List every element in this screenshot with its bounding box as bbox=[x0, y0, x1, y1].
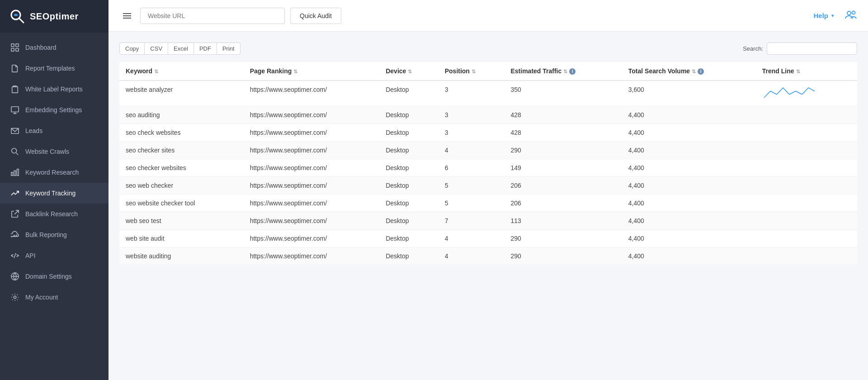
page-ranking-cell[interactable]: https://www.seoptimer.com/ bbox=[244, 195, 380, 212]
sidebar-item-label: Embedding Settings bbox=[25, 106, 82, 114]
position-cell: 4 bbox=[439, 230, 505, 247]
hamburger-button[interactable] bbox=[119, 8, 135, 24]
trend-line-cell bbox=[756, 212, 857, 230]
sidebar-item-bulk-reporting[interactable]: Bulk Reporting bbox=[0, 224, 108, 245]
sidebar-item-leads[interactable]: Leads bbox=[0, 120, 108, 141]
svg-rect-12 bbox=[17, 169, 19, 176]
col-header-page-ranking[interactable]: Page Ranking⇅ bbox=[244, 62, 380, 81]
total-search-volume-cell: 4,400 bbox=[622, 195, 756, 212]
quick-audit-button[interactable]: Quick Audit bbox=[290, 8, 341, 24]
svg-rect-3 bbox=[16, 44, 19, 47]
keyword-cell: website auditing bbox=[119, 247, 244, 265]
sort-icon: ⇅ bbox=[408, 69, 412, 75]
keyword-cell: website analyzer bbox=[119, 81, 244, 106]
col-header-trend-line[interactable]: Trend Line⇅ bbox=[756, 62, 857, 81]
trending-up-icon bbox=[11, 189, 19, 197]
info-icon[interactable]: i bbox=[569, 68, 576, 75]
estimated-traffic-cell: 206 bbox=[504, 177, 622, 195]
svg-point-21 bbox=[847, 11, 851, 15]
page-ranking-cell[interactable]: https://www.seoptimer.com/ bbox=[244, 212, 380, 230]
table-row: seo check websites https://www.seoptimer… bbox=[119, 124, 857, 142]
sidebar-item-backlink-research[interactable]: Backlink Research bbox=[0, 204, 108, 224]
svg-rect-7 bbox=[11, 107, 19, 112]
keyword-cell: web seo test bbox=[119, 212, 244, 230]
position-cell: 5 bbox=[439, 195, 505, 212]
page-ranking-cell[interactable]: https://www.seoptimer.com/ bbox=[244, 106, 380, 124]
export-print-button[interactable]: Print bbox=[217, 43, 241, 55]
position-cell: 3 bbox=[439, 124, 505, 142]
sidebar-item-label: My Account bbox=[25, 294, 58, 301]
col-header-position[interactable]: Position⇅ bbox=[439, 62, 505, 81]
page-ranking-cell[interactable]: https://www.seoptimer.com/ bbox=[244, 124, 380, 142]
svg-rect-5 bbox=[16, 48, 19, 51]
col-header-device[interactable]: Device⇅ bbox=[379, 62, 439, 81]
page-ranking-cell[interactable]: https://www.seoptimer.com/ bbox=[244, 247, 380, 265]
col-header-total-search-volume[interactable]: Total Search Volume⇅i bbox=[622, 62, 756, 81]
sidebar-item-label: Dashboard bbox=[25, 44, 57, 51]
page-ranking-cell[interactable]: https://www.seoptimer.com/ bbox=[244, 159, 380, 177]
sidebar-item-my-account[interactable]: My Account bbox=[0, 287, 108, 308]
sidebar-item-domain-settings[interactable]: Domain Settings bbox=[0, 266, 108, 287]
sidebar-item-label: Bulk Reporting bbox=[25, 231, 67, 238]
sidebar-item-label: Keyword Tracking bbox=[25, 190, 75, 197]
total-search-volume-cell: 4,400 bbox=[622, 230, 756, 247]
sort-icon: ⇅ bbox=[692, 69, 696, 75]
sidebar-item-embedding-settings[interactable]: Embedding Settings bbox=[0, 100, 108, 120]
sidebar-item-report-templates[interactable]: Report Templates bbox=[0, 58, 108, 79]
help-button[interactable]: Help ▾ bbox=[813, 12, 834, 19]
sidebar-item-label: White Label Reports bbox=[25, 86, 83, 93]
table-row: website analyzer https://www.seoptimer.c… bbox=[119, 81, 857, 106]
sidebar: SEOptimer Dashboard Report Templates Whi… bbox=[0, 0, 108, 380]
page-ranking-cell[interactable]: https://www.seoptimer.com/ bbox=[244, 230, 380, 247]
page-ranking-cell[interactable]: https://www.seoptimer.com/ bbox=[244, 81, 380, 106]
table-header-row: Keyword⇅Page Ranking⇅Device⇅Position⇅Est… bbox=[119, 62, 857, 81]
main-content: Quick Audit Help ▾ CopyCSVExcelPDFPrint … bbox=[108, 0, 868, 380]
estimated-traffic-cell: 428 bbox=[504, 106, 622, 124]
page-ranking-cell[interactable]: https://www.seoptimer.com/ bbox=[244, 142, 380, 159]
svg-point-17 bbox=[14, 296, 16, 298]
sidebar-item-website-crawls[interactable]: Website Crawls bbox=[0, 141, 108, 162]
search-input[interactable] bbox=[767, 43, 857, 55]
sidebar-item-label: Website Crawls bbox=[25, 148, 69, 155]
device-cell: Desktop bbox=[379, 142, 439, 159]
sidebar-item-white-label-reports[interactable]: White Label Reports bbox=[0, 79, 108, 100]
trend-line-cell bbox=[756, 159, 857, 177]
device-cell: Desktop bbox=[379, 124, 439, 142]
page-ranking-cell[interactable]: https://www.seoptimer.com/ bbox=[244, 177, 380, 195]
topbar: Quick Audit Help ▾ bbox=[108, 0, 868, 32]
sidebar-item-keyword-research[interactable]: Keyword Research bbox=[0, 162, 108, 183]
sort-icon: ⇅ bbox=[796, 69, 800, 75]
url-input[interactable] bbox=[140, 8, 285, 24]
sidebar-item-label: Backlink Research bbox=[25, 210, 78, 218]
search-label: Search: bbox=[743, 45, 763, 52]
export-excel-button[interactable]: Excel bbox=[168, 43, 194, 55]
users-icon[interactable] bbox=[844, 9, 857, 23]
col-header-estimated-traffic[interactable]: Estimated Traffic⇅i bbox=[504, 62, 622, 81]
estimated-traffic-cell: 290 bbox=[504, 142, 622, 159]
info-icon[interactable]: i bbox=[698, 68, 704, 75]
keyword-cell: seo checker websites bbox=[119, 159, 244, 177]
sidebar-item-api[interactable]: API bbox=[0, 245, 108, 266]
total-search-volume-cell: 4,400 bbox=[622, 142, 756, 159]
position-cell: 4 bbox=[439, 247, 505, 265]
sidebar-item-label: Leads bbox=[25, 127, 42, 134]
export-buttons: CopyCSVExcelPDFPrint bbox=[119, 43, 241, 55]
trend-line-cell bbox=[756, 142, 857, 159]
position-cell: 6 bbox=[439, 159, 505, 177]
position-cell: 7 bbox=[439, 212, 505, 230]
keyword-cell: seo checker sites bbox=[119, 142, 244, 159]
table-body: website analyzer https://www.seoptimer.c… bbox=[119, 81, 857, 265]
export-csv-button[interactable]: CSV bbox=[145, 43, 168, 55]
bar-chart-icon bbox=[11, 168, 19, 176]
table-row: seo checker websites https://www.seoptim… bbox=[119, 159, 857, 177]
export-pdf-button[interactable]: PDF bbox=[194, 43, 217, 55]
sidebar-item-keyword-tracking[interactable]: Keyword Tracking bbox=[0, 183, 108, 204]
sidebar-item-dashboard[interactable]: Dashboard bbox=[0, 37, 108, 58]
col-header-keyword[interactable]: Keyword⇅ bbox=[119, 62, 244, 81]
export-copy-button[interactable]: Copy bbox=[119, 43, 145, 55]
trend-line-cell bbox=[756, 195, 857, 212]
keyword-cell: web site audit bbox=[119, 230, 244, 247]
estimated-traffic-cell: 290 bbox=[504, 247, 622, 265]
table-row: seo checker sites https://www.seoptimer.… bbox=[119, 142, 857, 159]
svg-rect-10 bbox=[11, 172, 13, 176]
